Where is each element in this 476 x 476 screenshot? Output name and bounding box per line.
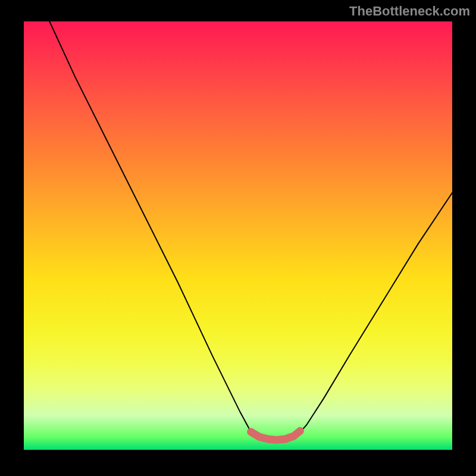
chart-svg [24,21,452,450]
bottom-marker [251,431,300,440]
chart-plot-area [24,21,452,450]
watermark-text: TheBottleneck.com [349,4,470,19]
curve-line [49,21,452,440]
